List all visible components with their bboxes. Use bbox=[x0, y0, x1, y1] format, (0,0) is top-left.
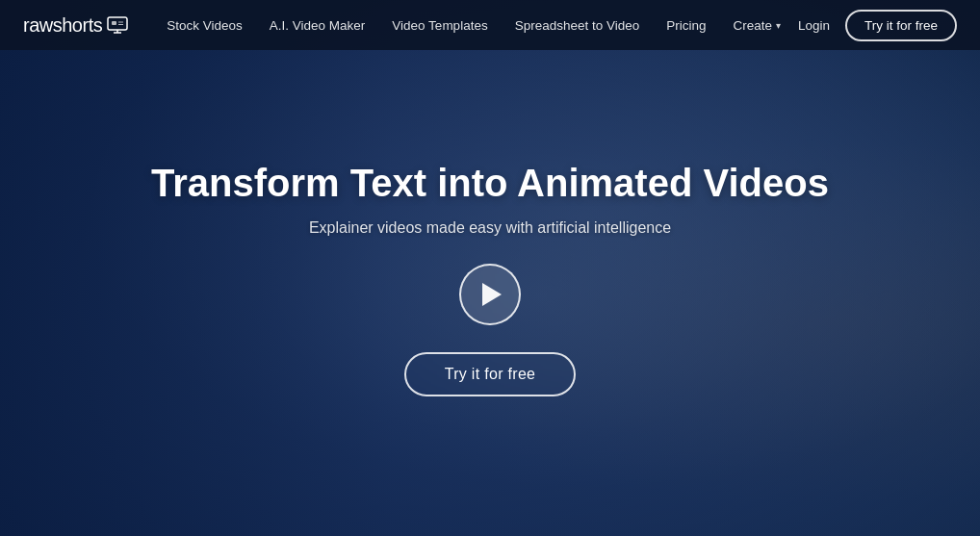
nav-create[interactable]: Create ▾ bbox=[734, 18, 782, 33]
hero-content: Transform Text into Animated Videos Expl… bbox=[0, 140, 980, 396]
create-chevron-icon: ▾ bbox=[776, 20, 781, 31]
svg-rect-0 bbox=[108, 17, 127, 30]
monitor-icon bbox=[107, 16, 128, 34]
play-button[interactable] bbox=[459, 264, 521, 325]
svg-rect-3 bbox=[112, 21, 116, 25]
play-triangle-icon bbox=[482, 283, 502, 306]
login-link[interactable]: Login bbox=[798, 18, 830, 33]
nav-cta-button[interactable]: Try it for free bbox=[845, 10, 957, 41]
navbar: rawshorts Stock Videos A.I. Video Maker … bbox=[0, 0, 980, 50]
nav-stock-videos[interactable]: Stock Videos bbox=[167, 18, 243, 33]
nav-spreadsheet-to-video[interactable]: Spreadsheet to Video bbox=[515, 18, 640, 33]
logo[interactable]: rawshorts bbox=[23, 14, 128, 37]
logo-text: rawshorts bbox=[23, 14, 102, 37]
hero-cta-button[interactable]: Try it for free bbox=[404, 352, 577, 396]
nav-right: Login Try it for free bbox=[798, 10, 957, 41]
nav-links: Stock Videos A.I. Video Maker Video Temp… bbox=[167, 18, 798, 33]
nav-video-templates[interactable]: Video Templates bbox=[392, 18, 487, 33]
nav-pricing[interactable]: Pricing bbox=[666, 18, 706, 33]
hero-section: rawshorts Stock Videos A.I. Video Maker … bbox=[0, 0, 980, 536]
nav-ai-video-maker[interactable]: A.I. Video Maker bbox=[270, 18, 366, 33]
hero-title: Transform Text into Animated Videos bbox=[0, 160, 980, 206]
hero-subtitle: Explainer videos made easy with artifici… bbox=[0, 219, 980, 237]
